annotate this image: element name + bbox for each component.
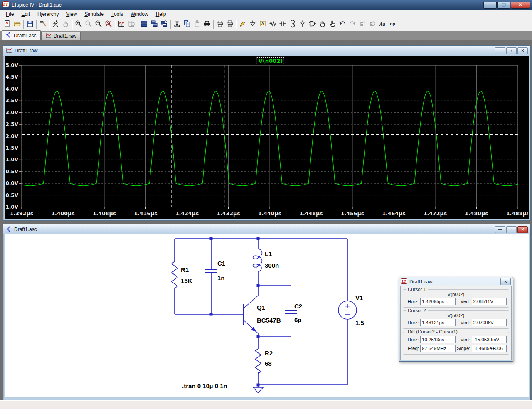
menu-tools[interactable]: Tools [108, 10, 127, 18]
restore-button[interactable]: ▫ [506, 226, 517, 233]
find-button[interactable] [202, 20, 212, 30]
place-inductor-icon [288, 20, 297, 30]
place-inductor-button[interactable] [288, 20, 298, 30]
r1-ref-label[interactable]: R1 [181, 266, 189, 273]
capacitor-c1[interactable] [205, 270, 217, 273]
y-tick-label: -0.5V [5, 192, 19, 198]
minimize-button[interactable]: — [495, 226, 505, 233]
resistor-r1[interactable] [172, 261, 177, 288]
waveform-plot[interactable]: 5.0V4.5V4.0V3.5V3.0V2.5V2.0V1.5V1.0V0.5V… [5, 56, 528, 218]
undo-button[interactable] [337, 20, 347, 30]
place-diode-button[interactable] [298, 20, 308, 30]
tab-draft1-raw[interactable]: Draft1.raw [41, 32, 81, 40]
drag-button[interactable] [328, 20, 337, 30]
tile-vertical-button[interactable] [149, 20, 159, 30]
q1-value-label[interactable]: BC547B [257, 317, 281, 324]
capacitor-c2[interactable] [285, 311, 297, 314]
restore-button[interactable]: ▫ [506, 47, 517, 54]
print-setup-button[interactable] [215, 20, 225, 30]
r2-ref-label[interactable]: R2 [265, 350, 273, 357]
waveform-window-titlebar[interactable]: Draft1.raw — ▫ ✕ [3, 46, 530, 56]
zoom-out-button[interactable] [94, 20, 103, 30]
inductor-l1[interactable] [258, 248, 262, 273]
tab-draft1-asc[interactable]: Draft1.asc [2, 30, 41, 40]
transistor-q1[interactable] [243, 286, 259, 336]
schematic-window-title: Draft1.asc [14, 227, 37, 232]
save-button[interactable] [25, 20, 35, 30]
trace-label[interactable]: V(n002) [257, 57, 284, 64]
v1-value-label[interactable]: 1.5 [355, 319, 364, 326]
y-tick-label: 4.0V [5, 86, 18, 92]
wire-r1-base[interactable] [175, 239, 243, 314]
c1-value-label[interactable]: 1n [217, 274, 225, 281]
menu-simulate[interactable]: Simulate [81, 10, 108, 18]
plot-pane-button[interactable] [116, 20, 126, 30]
zoom-area-icon [74, 20, 83, 30]
resistor-r2[interactable] [255, 349, 261, 374]
place-component-button[interactable] [308, 20, 318, 30]
close-button[interactable]: ✕ [511, 2, 530, 9]
mirror-button: E [357, 20, 367, 30]
cursor1-horz-value: 1.42095µs [420, 298, 456, 305]
x-tick-label: 1.432µs [217, 210, 240, 217]
draw-wire-button[interactable] [238, 20, 248, 30]
tile-vertical-icon [150, 20, 158, 30]
close-icon[interactable]: ✕ [500, 278, 511, 285]
open-button[interactable] [12, 20, 22, 30]
cascade-button[interactable] [159, 20, 169, 30]
minimize-button[interactable]: — [495, 47, 505, 54]
cursor-dialog: LT Draft1.raw ✕ Cursor 1 V(n002) Horz: 1… [399, 277, 513, 362]
menu-file[interactable]: File [2, 10, 17, 18]
place-capacitor-button[interactable] [278, 20, 288, 30]
c1-ref-label[interactable]: C1 [217, 260, 225, 267]
x-tick-label: 1.480µs [465, 210, 488, 217]
c2-value-label[interactable]: 6p [294, 316, 302, 323]
zoom-area-button[interactable] [74, 20, 84, 30]
cursor-dialog-title: Draft1.raw [409, 279, 432, 285]
menu-view[interactable]: View [62, 10, 81, 18]
waveform-plot-area[interactable]: 5.0V4.5V4.0V3.5V3.0V2.5V2.0V1.5V1.0V0.5V… [5, 56, 529, 219]
print-button[interactable] [225, 20, 235, 30]
save-icon [26, 20, 34, 30]
close-button[interactable]: ✕ [517, 226, 528, 233]
x-tick-label: 1.448µs [299, 210, 323, 217]
control-panel-button[interactable] [38, 20, 48, 30]
copy-button[interactable] [182, 20, 192, 30]
tab-label: Draft1.asc [14, 33, 37, 39]
place-text-button[interactable]: Aa [377, 20, 387, 30]
new-schematic-button[interactable] [2, 20, 12, 30]
move-button[interactable] [318, 20, 328, 30]
place-resistor-button[interactable] [268, 20, 278, 30]
l1-ref-label[interactable]: L1 [265, 250, 272, 257]
main-titlebar[interactable]: LT LTspice IV - Draft1.asc — ❐ ✕ [0, 0, 532, 10]
run-button[interactable] [51, 20, 61, 30]
label-net-icon: A [259, 20, 267, 30]
voltage-source-v1[interactable] [338, 301, 357, 319]
cut-button[interactable] [172, 20, 182, 30]
menu-hierarchy[interactable]: Hierarchy [34, 10, 62, 18]
menu-window[interactable]: Window [127, 10, 152, 18]
l1-value-label[interactable]: 300n [265, 262, 279, 269]
q1-ref-label[interactable]: Q1 [257, 304, 265, 311]
x-tick-label: 1.440µs [258, 210, 281, 217]
zoom-full-button[interactable] [103, 20, 113, 30]
r2-value-label[interactable]: 68 [265, 360, 272, 367]
v1-ref-label[interactable]: V1 [355, 294, 363, 301]
tran-directive[interactable]: .tran 0 10µ 0 1n [182, 382, 227, 389]
minimize-button[interactable]: — [483, 2, 497, 9]
schematic-window-titlebar[interactable]: Draft1.asc — ▫ ✕ [3, 224, 530, 234]
toolbar-separator [236, 20, 236, 29]
c2-ref-label[interactable]: C2 [294, 303, 302, 310]
draw-wire-icon [239, 20, 247, 30]
label-net-button[interactable]: A [258, 20, 268, 30]
tile-horizontal-button[interactable] [139, 20, 149, 30]
r1-value-label[interactable]: 15K [181, 277, 192, 284]
close-button[interactable]: ✕ [517, 47, 528, 54]
cursor-dialog-titlebar[interactable]: LT Draft1.raw ✕ [399, 277, 513, 286]
spice-directive-button[interactable]: .op [387, 20, 397, 30]
place-component-icon [308, 20, 317, 30]
menu-edit[interactable]: Edit [17, 10, 34, 18]
menu-help[interactable]: Help [152, 10, 170, 18]
restore-button[interactable]: ❐ [497, 2, 510, 9]
place-ground-button[interactable] [248, 20, 258, 30]
